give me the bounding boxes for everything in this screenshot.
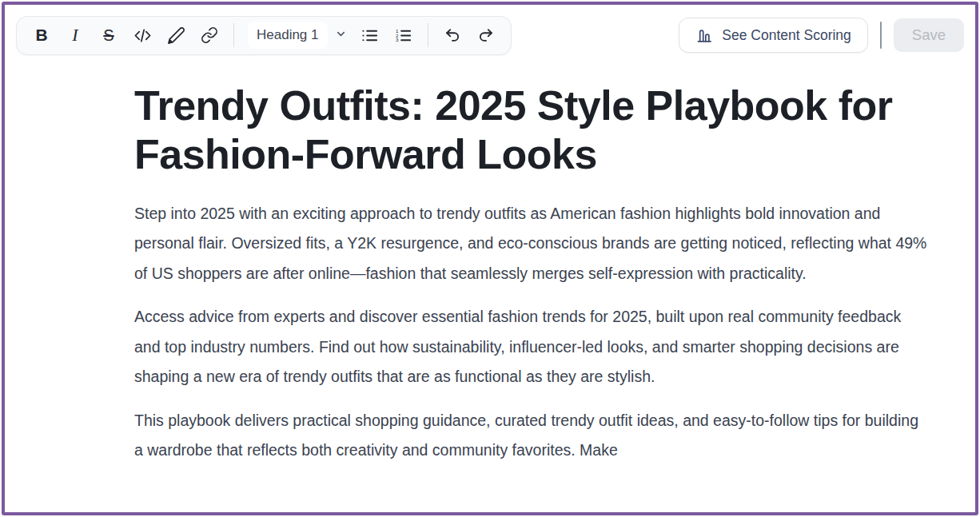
link-icon [201,26,218,44]
heading-dropdown-label: Heading 1 [248,22,328,49]
strikethrough-icon: S [103,26,114,45]
redo-button[interactable] [469,19,503,51]
editor-window: B I S [2,2,978,515]
toolbar-divider [428,23,428,47]
svg-text:3: 3 [396,37,399,42]
toolbar-divider [233,23,234,47]
ordered-list-icon: 1 2 3 [394,26,412,45]
bold-button[interactable]: B [25,19,58,51]
redo-icon [477,26,495,44]
bar-chart-icon [695,26,713,44]
bold-icon: B [35,26,47,45]
bullet-list-icon [361,26,379,45]
paragraph[interactable]: Access advice from experts and discover … [134,302,930,392]
link-button[interactable] [193,19,226,51]
ordered-list-button[interactable]: 1 2 3 [387,19,420,51]
heading-style-dropdown[interactable]: Heading 1 [241,22,353,49]
content-scoring-label: See Content Scoring [722,27,851,44]
see-content-scoring-button[interactable]: See Content Scoring [679,18,868,53]
undo-button[interactable] [436,19,469,51]
chevron-down-icon [335,28,347,42]
paragraph[interactable]: This playbook delivers practical shoppin… [134,406,930,466]
save-button[interactable]: Save [894,18,964,52]
undo-icon [444,26,461,44]
highlight-button[interactable] [159,19,193,51]
header-actions: See Content Scoring Save [679,18,964,53]
header-divider [880,22,882,49]
editor-content[interactable]: Trendy Outfits: 2025 Style Playbook for … [134,62,930,512]
code-button[interactable] [125,19,159,51]
strikethrough-button[interactable]: S [92,19,125,51]
pencil-icon [167,26,185,45]
bullet-list-button[interactable] [353,19,387,51]
document-title[interactable]: Trendy Outfits: 2025 Style Playbook for … [134,82,930,180]
italic-button[interactable]: I [58,19,92,51]
code-icon [133,26,152,45]
formatting-toolbar: B I S [16,16,512,55]
italic-icon: I [72,25,78,46]
paragraph[interactable]: Step into 2025 with an exciting approach… [134,199,930,289]
editor-topbar: B I S [5,5,975,66]
